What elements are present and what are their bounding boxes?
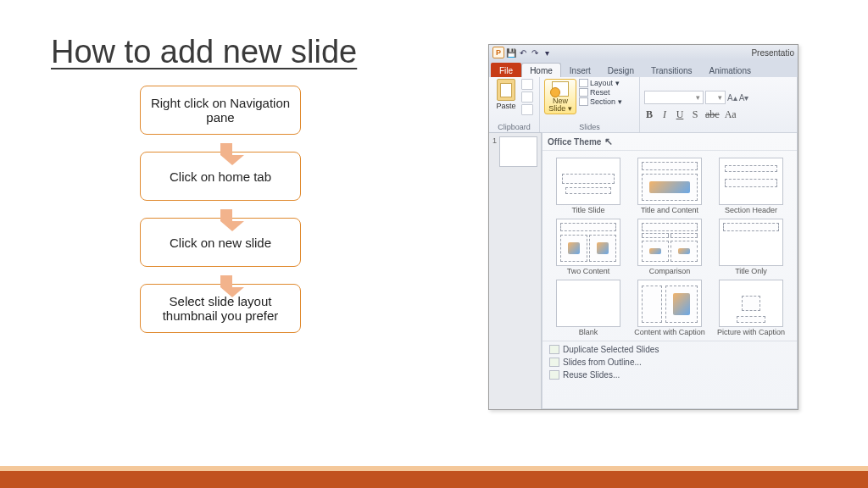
new-slide-icon: [552, 81, 569, 97]
layout-section-header[interactable]: Section Header: [714, 158, 788, 215]
reset-button[interactable]: Reset: [579, 88, 622, 97]
new-slide-label-2: Slide ▾: [545, 105, 576, 113]
window-title: Presentatio: [751, 48, 794, 58]
slides-from-outline-button[interactable]: Slides from Outline...: [548, 356, 792, 369]
tab-design[interactable]: Design: [599, 63, 643, 77]
tab-home[interactable]: Home: [521, 63, 561, 77]
paste-button[interactable]: Paste: [493, 79, 519, 110]
editor-body: 1 Office Theme ↖ Title Slide Title a: [489, 133, 798, 409]
section-button[interactable]: Section ▾: [579, 97, 622, 106]
footer-bar: [0, 471, 868, 488]
reset-icon: [579, 88, 588, 97]
new-slide-button[interactable]: New Slide ▾: [544, 79, 576, 114]
powerpoint-window: P 💾 ↶ ↷ ▾ Presentatio File Home Insert D…: [488, 44, 798, 410]
layout-comparison[interactable]: Comparison: [632, 219, 707, 276]
layout-button[interactable]: Layout ▾: [579, 79, 622, 87]
quick-access-toolbar: P 💾 ↶ ↷ ▾ Presentatio: [489, 45, 798, 60]
slide-thumbnail[interactable]: [499, 136, 537, 167]
section-icon: [579, 97, 588, 106]
layout-two-content[interactable]: Two Content: [551, 219, 626, 276]
gallery-footer: Duplicate Selected Slides Slides from Ou…: [542, 341, 797, 385]
gallery-header: Office Theme ↖: [542, 133, 797, 151]
clipboard-mini-buttons[interactable]: [521, 79, 533, 115]
tab-animations[interactable]: Animations: [701, 63, 760, 77]
layout-grid: Title Slide Title and Content Section He…: [542, 151, 797, 341]
layout-title-content[interactable]: Title and Content: [632, 158, 707, 215]
group-slides-label: Slides: [544, 123, 635, 131]
layout-gallery: Office Theme ↖ Title Slide Title and Con…: [542, 132, 798, 409]
paste-label: Paste: [496, 102, 515, 110]
shadow-button[interactable]: S: [690, 108, 700, 121]
bold-button[interactable]: B: [644, 108, 654, 121]
grow-font-icon[interactable]: A▴: [727, 93, 737, 103]
outline-icon: [549, 358, 559, 367]
group-font: ▾ ▾ A▴ A▾ B I U S abc Aa: [640, 77, 798, 132]
ribbon-tabs: File Home Insert Design Transitions Anim…: [489, 60, 798, 77]
tutorial-slide: How to add new slide Right click on Navi…: [0, 0, 868, 488]
group-clipboard-label: Clipboard: [493, 123, 535, 131]
reuse-icon: [549, 370, 559, 380]
save-icon[interactable]: 💾: [506, 47, 516, 58]
undo-icon[interactable]: ↶: [518, 47, 528, 58]
ribbon: Paste Clipboard New Slide ▾ Layout ▾ Res…: [489, 77, 798, 133]
group-slides: New Slide ▾ Layout ▾ Reset Section ▾ Sli…: [540, 77, 640, 132]
layout-blank[interactable]: Blank: [551, 280, 626, 337]
tab-transitions[interactable]: Transitions: [643, 63, 701, 77]
navigation-pane[interactable]: 1: [489, 133, 542, 409]
flowchart: Right click on Navigation pane Click on …: [85, 86, 356, 333]
redo-icon[interactable]: ↷: [530, 47, 540, 58]
app-icon: P: [492, 47, 504, 58]
change-case-button[interactable]: Aa: [725, 108, 737, 121]
italic-button[interactable]: I: [659, 108, 670, 121]
layout-title-only[interactable]: Title Only: [714, 219, 788, 276]
tab-file[interactable]: File: [491, 63, 521, 77]
paste-icon: [497, 79, 515, 101]
layout-title-slide[interactable]: Title Slide: [551, 158, 626, 215]
strike-button[interactable]: abc: [705, 108, 720, 121]
tab-insert[interactable]: Insert: [561, 63, 599, 77]
reuse-slides-button[interactable]: Reuse Slides...: [548, 369, 792, 381]
gallery-title: Office Theme: [548, 137, 601, 147]
font-family-selector[interactable]: ▾: [644, 91, 704, 104]
qat-more-icon[interactable]: ▾: [542, 47, 552, 58]
shrink-font-icon[interactable]: A▾: [739, 93, 749, 103]
slide-number: 1: [492, 136, 497, 145]
cursor-icon: ↖: [604, 136, 613, 147]
layout-icon: [579, 79, 588, 87]
layout-picture-caption[interactable]: Picture with Caption: [714, 280, 788, 337]
underline-button[interactable]: U: [675, 108, 685, 121]
layout-content-caption[interactable]: Content with Caption: [632, 280, 707, 337]
step-1: Right click on Navigation pane: [140, 86, 301, 135]
group-clipboard: Paste Clipboard: [489, 77, 540, 132]
duplicate-icon: [549, 345, 559, 354]
font-size-selector[interactable]: ▾: [705, 91, 726, 104]
duplicate-slides-button[interactable]: Duplicate Selected Slides: [548, 343, 792, 356]
